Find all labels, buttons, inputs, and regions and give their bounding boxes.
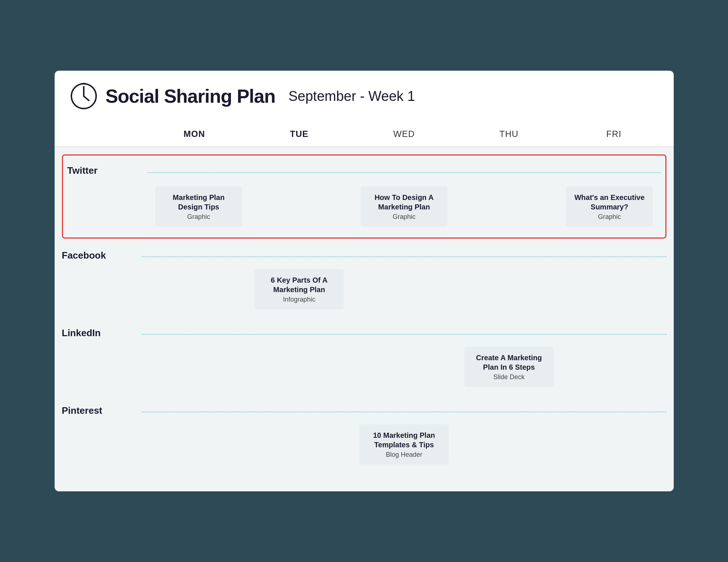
facebook-cards-row: 6 Key Parts Of A Marketing Plan Infograp…	[62, 265, 666, 318]
clock-icon	[69, 82, 98, 111]
day-mon: MON	[142, 122, 247, 146]
pinterest-wed-type: Blog Header	[386, 451, 422, 459]
linkedin-tue-cell	[247, 344, 352, 390]
facebook-mon-cell	[142, 266, 247, 312]
linkedin-section: LinkedIn Create A Marketing Plan In 6 St…	[62, 322, 666, 396]
facebook-fri-cell	[562, 266, 666, 312]
facebook-platform-name: Facebook	[62, 247, 142, 264]
pinterest-empty-col	[62, 421, 142, 467]
pinterest-header-row: Pinterest	[62, 399, 666, 420]
main-content: MON TUE WED THU FRI Twitter	[55, 122, 674, 491]
day-thu: THU	[457, 122, 562, 146]
twitter-thu-cell	[456, 184, 558, 229]
pinterest-fri-cell	[562, 421, 666, 467]
header: Social Sharing Plan September - Week 1	[55, 71, 674, 122]
linkedin-thu-title: Create A Marketing Plan In 6 Steps	[469, 353, 548, 372]
linkedin-thu-type: Slide Deck	[493, 373, 524, 381]
twitter-mon-card: Marketing Plan Design Tips Graphic	[155, 186, 242, 227]
twitter-wed-type: Graphic	[393, 213, 416, 221]
twitter-platform-name: Twitter	[67, 162, 147, 179]
pinterest-wed-card: 10 Marketing Plan Templates & Tips Blog …	[359, 424, 449, 464]
linkedin-thu-card: Create A Marketing Plan In 6 Steps Slide…	[464, 347, 554, 387]
day-fri: FRI	[562, 122, 666, 146]
linkedin-wed-cell	[352, 344, 457, 390]
twitter-wed-title: How To Design A Marketing Plan	[366, 193, 442, 212]
pinterest-thu-cell	[457, 421, 562, 467]
twitter-mon-title: Marketing Plan Design Tips	[160, 193, 237, 212]
facebook-tue-type: Infographic	[283, 296, 315, 303]
twitter-mon-type: Graphic	[187, 213, 210, 221]
pinterest-wed-cell: 10 Marketing Plan Templates & Tips Blog …	[352, 421, 457, 467]
linkedin-empty-col	[62, 344, 142, 390]
calendar-grid: Twitter Marketing Plan Design Tips Graph…	[55, 147, 674, 480]
twitter-wed-card: How To Design A Marketing Plan Graphic	[361, 186, 448, 227]
linkedin-header-row: LinkedIn	[62, 322, 666, 342]
twitter-platform-row: Twitter	[63, 158, 665, 179]
twitter-wed-cell: How To Design A Marketing Plan Graphic	[353, 184, 456, 229]
pinterest-cards-row: 10 Marketing Plan Templates & Tips Blog …	[62, 420, 666, 473]
pinterest-divider	[142, 412, 666, 412]
twitter-mon-cell: Marketing Plan Design Tips Graphic	[147, 184, 250, 229]
twitter-fri-type: Graphic	[598, 213, 621, 221]
pinterest-tue-cell	[247, 421, 352, 467]
day-tue: TUE	[247, 122, 352, 146]
svg-line-2	[84, 96, 89, 101]
linkedin-fri-cell	[562, 344, 666, 390]
page-wrapper: Social Sharing Plan September - Week 1 M…	[40, 56, 688, 506]
linkedin-divider	[142, 334, 666, 335]
twitter-empty-col	[67, 184, 147, 229]
twitter-fri-title: What's an Executive Summary?	[571, 193, 648, 212]
linkedin-mon-cell	[142, 344, 247, 390]
day-label-empty	[62, 122, 142, 146]
linkedin-thu-cell: Create A Marketing Plan In 6 Steps Slide…	[457, 344, 562, 390]
linkedin-cards-row: Create A Marketing Plan In 6 Steps Slide…	[62, 342, 666, 396]
day-wed: WED	[352, 122, 457, 146]
pinterest-mon-cell	[142, 421, 247, 467]
pinterest-platform-name: Pinterest	[62, 402, 142, 419]
facebook-tue-title: 6 Key Parts Of A Marketing Plan	[260, 275, 339, 294]
twitter-fri-card: What's an Executive Summary? Graphic	[566, 186, 653, 227]
facebook-tue-card: 6 Key Parts Of A Marketing Plan Infograp…	[255, 269, 344, 309]
facebook-wed-cell	[352, 266, 457, 312]
twitter-section: Twitter Marketing Plan Design Tips Graph…	[62, 154, 666, 239]
facebook-header-row: Facebook	[62, 244, 666, 265]
linkedin-platform-name: LinkedIn	[62, 325, 142, 342]
facebook-empty-col	[62, 266, 142, 312]
facebook-tue-cell: 6 Key Parts Of A Marketing Plan Infograp…	[247, 266, 352, 312]
facebook-thu-cell	[457, 266, 562, 312]
pinterest-wed-title: 10 Marketing Plan Templates & Tips	[365, 431, 444, 449]
twitter-fri-cell: What's an Executive Summary? Graphic	[558, 184, 661, 229]
pinterest-section: Pinterest 10 Marketing Plan Templates & …	[62, 399, 666, 473]
page-title: Social Sharing Plan	[106, 85, 275, 107]
twitter-tue-cell	[250, 184, 353, 229]
facebook-section: Facebook 6 Key Parts Of A Marketing Plan…	[62, 244, 666, 318]
facebook-divider	[142, 256, 666, 257]
days-header: MON TUE WED THU FRI	[55, 122, 674, 147]
page-subtitle: September - Week 1	[288, 89, 415, 104]
twitter-cards-row: Marketing Plan Design Tips Graphic How T…	[63, 179, 665, 235]
